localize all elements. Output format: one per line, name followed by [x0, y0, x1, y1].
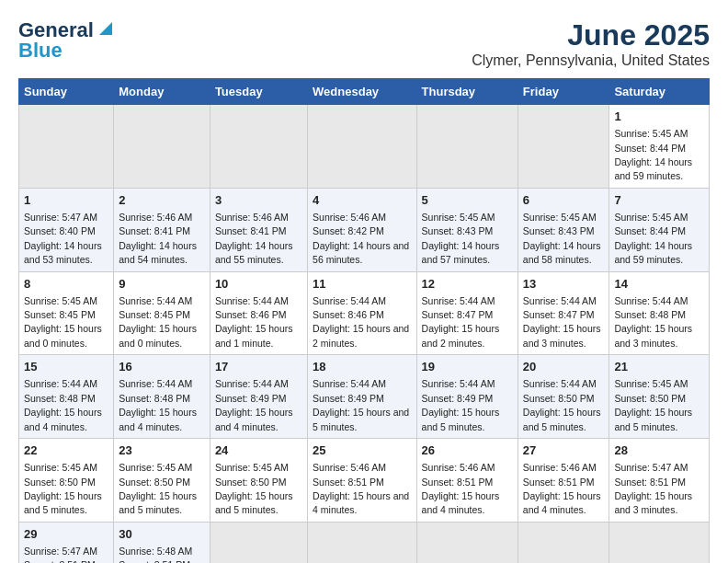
day-cell: 2Sunrise: 5:46 AMSunset: 8:41 PMDaylight… [114, 188, 210, 271]
day-number: 1 [614, 109, 704, 125]
day-cell: 15Sunrise: 5:44 AMSunset: 8:48 PMDayligh… [19, 355, 114, 439]
sunset-text: Sunset: 8:49 PM [215, 393, 287, 404]
day-cell: 20Sunrise: 5:44 AMSunset: 8:50 PMDayligh… [518, 355, 609, 439]
sunrise-text: Sunrise: 5:44 AM [24, 378, 97, 389]
day-number: 16 [119, 359, 205, 375]
daylight-text: Daylight: 15 hours and 4 minutes. [119, 407, 197, 431]
day-number: 23 [119, 442, 205, 459]
daylight-text: Daylight: 15 hours and 5 minutes. [24, 490, 102, 515]
sunrise-text: Sunrise: 5:44 AM [523, 295, 597, 306]
day-cell: 5Sunrise: 5:45 AMSunset: 8:43 PMDaylight… [416, 188, 518, 271]
sunrise-text: Sunrise: 5:46 AM [119, 212, 192, 223]
day-cell: 18Sunrise: 5:44 AMSunset: 8:49 PMDayligh… [308, 355, 416, 439]
daylight-text: Daylight: 15 hours and 2 minutes. [422, 323, 500, 348]
col-header-thursday: Thursday [416, 79, 518, 105]
daylight-text: Daylight: 15 hours and 2 minutes. [313, 323, 409, 348]
sunset-text: Sunset: 8:47 PM [422, 309, 494, 320]
sunrise-text: Sunrise: 5:46 AM [313, 462, 386, 473]
sunrise-text: Sunrise: 5:45 AM [614, 378, 688, 389]
day-number: 15 [24, 359, 108, 375]
page-header: General Blue June 2025 Clymer, Pennsylva… [18, 18, 710, 69]
sunrise-text: Sunrise: 5:47 AM [24, 546, 97, 557]
logo-blue: Blue [18, 39, 63, 63]
daylight-text: Daylight: 15 hours and 4 minutes. [215, 407, 293, 431]
week-row-2: 1Sunrise: 5:47 AMSunset: 8:40 PMDaylight… [19, 188, 710, 271]
sunset-text: Sunset: 8:42 PM [313, 225, 384, 236]
sunrise-text: Sunrise: 5:45 AM [614, 128, 688, 139]
day-cell [416, 522, 518, 563]
day-cell: 25Sunrise: 5:46 AMSunset: 8:51 PMDayligh… [308, 439, 416, 523]
day-cell: 1Sunrise: 5:47 AMSunset: 8:40 PMDaylight… [19, 188, 114, 271]
day-cell: 8Sunrise: 5:45 AMSunset: 8:45 PMDaylight… [19, 271, 114, 355]
daylight-text: Daylight: 14 hours and 58 minutes. [523, 240, 601, 265]
daylight-text: Daylight: 15 hours and 5 minutes. [119, 490, 197, 515]
day-number: 9 [119, 276, 205, 293]
sunset-text: Sunset: 8:45 PM [24, 309, 96, 320]
sunrise-text: Sunrise: 5:44 AM [313, 378, 386, 389]
calendar-header: SundayMondayTuesdayWednesdayThursdayFrid… [19, 79, 710, 105]
week-row-3: 8Sunrise: 5:45 AMSunset: 8:45 PMDaylight… [19, 271, 710, 355]
sunset-text: Sunset: 8:51 PM [614, 477, 686, 488]
day-cell: 28Sunrise: 5:47 AMSunset: 8:51 PMDayligh… [609, 439, 710, 523]
sunset-text: Sunset: 8:43 PM [422, 225, 494, 236]
daylight-text: Daylight: 14 hours and 54 minutes. [119, 240, 197, 265]
sunrise-text: Sunrise: 5:46 AM [215, 212, 289, 223]
daylight-text: Daylight: 15 hours and 4 minutes. [313, 490, 409, 515]
day-cell [416, 105, 518, 189]
logo: General Blue [18, 18, 112, 63]
daylight-text: Daylight: 15 hours and 5 minutes. [523, 407, 601, 431]
col-header-monday: Monday [114, 79, 210, 105]
sunset-text: Sunset: 8:51 PM [422, 477, 494, 488]
sunset-text: Sunset: 8:44 PM [614, 225, 686, 236]
daylight-text: Daylight: 14 hours and 59 minutes. [614, 240, 692, 265]
sunset-text: Sunset: 8:41 PM [215, 225, 287, 236]
sunrise-text: Sunrise: 5:45 AM [523, 212, 597, 223]
month-year-title: June 2025 [472, 18, 710, 52]
daylight-text: Daylight: 15 hours and 5 minutes. [422, 407, 500, 431]
day-number: 5 [422, 192, 513, 209]
logo-triangle-icon [96, 20, 112, 37]
col-header-friday: Friday [518, 79, 609, 105]
day-number: 22 [24, 442, 108, 459]
day-number: 24 [215, 442, 302, 459]
day-cell [210, 522, 307, 563]
day-cell: 3Sunrise: 5:46 AMSunset: 8:41 PMDaylight… [210, 188, 307, 271]
daylight-text: Daylight: 15 hours and 0 minutes. [119, 323, 197, 348]
sunset-text: Sunset: 8:44 PM [614, 143, 686, 154]
sunset-text: Sunset: 8:45 PM [119, 309, 190, 320]
sunrise-text: Sunrise: 5:48 AM [119, 546, 192, 557]
day-cell: 16Sunrise: 5:44 AMSunset: 8:48 PMDayligh… [114, 355, 210, 439]
day-cell: 30Sunrise: 5:48 AMSunset: 8:51 PMDayligh… [114, 522, 210, 563]
sunrise-text: Sunrise: 5:47 AM [24, 212, 97, 223]
sunrise-text: Sunrise: 5:47 AM [614, 462, 688, 473]
day-number: 26 [422, 442, 513, 459]
sunset-text: Sunset: 8:50 PM [215, 477, 287, 488]
day-cell: 12Sunrise: 5:44 AMSunset: 8:47 PMDayligh… [416, 271, 518, 355]
sunrise-text: Sunrise: 5:44 AM [215, 378, 289, 389]
day-cell: 21Sunrise: 5:45 AMSunset: 8:50 PMDayligh… [609, 355, 710, 439]
sunset-text: Sunset: 8:43 PM [523, 225, 595, 236]
sunset-text: Sunset: 8:48 PM [24, 393, 96, 404]
sunrise-text: Sunrise: 5:44 AM [422, 295, 495, 306]
col-header-wednesday: Wednesday [308, 79, 416, 105]
sunrise-text: Sunrise: 5:45 AM [614, 212, 688, 223]
title-block: June 2025 Clymer, Pennsylvania, United S… [472, 18, 710, 69]
sunset-text: Sunset: 8:49 PM [313, 393, 384, 404]
sunset-text: Sunset: 8:51 PM [119, 559, 190, 563]
sunset-text: Sunset: 8:46 PM [215, 309, 287, 320]
day-cell [19, 105, 114, 189]
day-cell: 29Sunrise: 5:47 AMSunset: 8:51 PMDayligh… [19, 522, 114, 563]
day-number: 10 [215, 276, 302, 293]
day-cell: 23Sunrise: 5:45 AMSunset: 8:50 PMDayligh… [114, 439, 210, 523]
day-cell [308, 105, 416, 189]
sunrise-text: Sunrise: 5:44 AM [119, 378, 192, 389]
day-cell: 10Sunrise: 5:44 AMSunset: 8:46 PMDayligh… [210, 271, 307, 355]
day-cell: 1Sunrise: 5:45 AMSunset: 8:44 PMDaylight… [609, 105, 710, 189]
day-cell: 13Sunrise: 5:44 AMSunset: 8:47 PMDayligh… [518, 271, 609, 355]
day-cell: 9Sunrise: 5:44 AMSunset: 8:45 PMDaylight… [114, 271, 210, 355]
day-cell [210, 105, 307, 189]
sunset-text: Sunset: 8:46 PM [313, 309, 384, 320]
sunrise-text: Sunrise: 5:44 AM [422, 378, 495, 389]
location-subtitle: Clymer, Pennsylvania, United States [472, 52, 710, 69]
sunset-text: Sunset: 8:40 PM [24, 225, 96, 236]
